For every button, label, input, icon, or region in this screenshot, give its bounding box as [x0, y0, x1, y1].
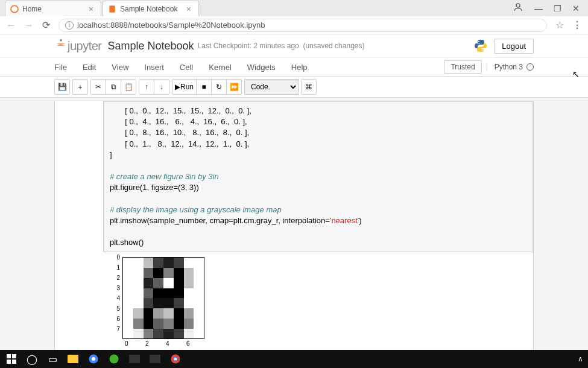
svg-rect-14 — [129, 355, 140, 363]
jupyter-logo-text[interactable]: jupyter — [68, 39, 102, 53]
tray-chevron-icon[interactable]: ∧ — [578, 355, 583, 363]
browser-tab-notebook[interactable]: Sample Notebook × — [103, 1, 199, 16]
svg-point-2 — [516, 4, 520, 7]
address-bar: ← → ⟳ i localhost:8888/notebooks/Sample%… — [0, 16, 588, 34]
run-button[interactable]: ▶ Run — [172, 79, 197, 95]
move-down-icon[interactable]: ↓ — [154, 79, 169, 95]
menu-widgets[interactable]: Widgets — [247, 63, 276, 72]
browser-tab-strip: Home × Sample Notebook × — ❐ ✕ — [0, 0, 588, 16]
svg-rect-10 — [68, 355, 78, 363]
paste-icon[interactable]: 📋 — [121, 79, 136, 95]
svg-point-0 — [11, 5, 18, 13]
notebook-area[interactable]: [ 0., 0., 12., 15., 15., 12., 0., 0. ], … — [0, 98, 588, 368]
svg-rect-1 — [109, 5, 115, 13]
restart-run-all-icon[interactable]: ⏩ — [226, 79, 242, 95]
menu-file[interactable]: File — [54, 63, 67, 72]
url-text: localhost:8888/notebooks/Sample%20Notebo… — [77, 21, 265, 30]
output-plot: 01234567 0246 — [109, 256, 215, 352]
svg-point-13 — [110, 355, 119, 364]
tab-title: Home — [22, 5, 86, 13]
url-field[interactable]: i localhost:8888/notebooks/Sample%20Note… — [58, 19, 547, 32]
add-cell-icon[interactable]: ＋ — [72, 79, 88, 95]
close-icon[interactable]: × — [86, 4, 96, 14]
user-icon[interactable] — [513, 2, 523, 14]
menubar: File Edit View Insert Cell Kernel Widget… — [0, 57, 588, 77]
close-window-icon[interactable]: ✕ — [572, 4, 580, 13]
menu-icon[interactable]: ⋮ — [572, 19, 582, 31]
jupyter-header: jupyter Sample Notebook Last Checkpoint:… — [0, 34, 588, 57]
windows-taskbar: ◯ ▭ ∧ — [0, 350, 588, 368]
jupyter-favicon — [10, 5, 19, 13]
browser-tab-home[interactable]: Home × — [5, 1, 101, 16]
menu-edit[interactable]: Edit — [83, 63, 96, 72]
chrome-running-icon[interactable] — [169, 352, 182, 366]
svg-point-5 — [482, 49, 483, 51]
toolbar: 💾 ＋ ✂ ⧉ 📋 ↑ ↓ ▶ Run ■ ↻ ⏩ Code ⌘ — [0, 77, 588, 98]
menu-cell[interactable]: Cell — [180, 63, 193, 72]
close-icon[interactable]: × — [184, 4, 194, 14]
terminal2-icon[interactable] — [148, 352, 162, 366]
move-up-icon[interactable]: ↑ — [139, 79, 154, 95]
svg-rect-15 — [150, 355, 160, 363]
back-icon[interactable]: ← — [6, 20, 16, 31]
start-icon[interactable] — [5, 352, 18, 366]
minimize-icon[interactable]: — — [534, 4, 543, 13]
command-palette-icon[interactable]: ⌘ — [301, 79, 317, 95]
menu-help[interactable]: Help — [291, 63, 308, 72]
file-explorer-icon[interactable] — [66, 352, 80, 366]
anaconda-icon[interactable] — [107, 352, 121, 366]
window-controls: — ❐ ✕ — [513, 0, 588, 16]
task-view-icon[interactable]: ▭ — [46, 352, 59, 366]
output-area: 01234567 0246 — [103, 252, 533, 356]
cell-type-select[interactable]: Code — [244, 79, 299, 95]
code-editor[interactable]: [ 0., 0., 12., 15., 15., 12., 0., 0. ], … — [103, 101, 533, 252]
svg-point-3 — [60, 39, 62, 42]
cut-icon[interactable]: ✂ — [90, 79, 106, 95]
svg-rect-8 — [7, 360, 11, 364]
svg-point-12 — [92, 357, 95, 361]
notebook-name[interactable]: Sample Notebook — [108, 40, 194, 52]
jupyter-logo-icon[interactable] — [54, 38, 68, 54]
checkpoint-text: Last Checkpoint: 2 minutes ago (unsaved … — [198, 42, 365, 50]
mouse-cursor-icon: ↖ — [572, 69, 580, 79]
heatmap-grid — [122, 257, 204, 339]
cortana-icon[interactable]: ◯ — [25, 352, 39, 366]
svg-rect-9 — [12, 360, 16, 364]
reload-icon[interactable]: ⟳ — [42, 19, 50, 31]
chrome-taskbar-icon[interactable] — [87, 352, 100, 366]
svg-rect-7 — [12, 354, 16, 358]
terminal-icon[interactable] — [128, 352, 141, 366]
menu-kernel[interactable]: Kernel — [209, 63, 232, 72]
maximize-icon[interactable]: ❐ — [554, 4, 561, 13]
trusted-indicator[interactable]: Trusted — [444, 60, 481, 74]
kernel-indicator[interactable]: Python 3 — [487, 63, 534, 71]
interrupt-icon[interactable]: ■ — [196, 79, 212, 95]
tab-title: Sample Notebook — [120, 5, 184, 13]
python-logo-icon — [473, 39, 488, 53]
restart-icon[interactable]: ↻ — [211, 79, 227, 95]
svg-rect-6 — [7, 354, 11, 358]
menu-insert[interactable]: Insert — [144, 63, 164, 72]
forward-icon[interactable]: → — [24, 20, 34, 31]
notebook-favicon — [108, 5, 116, 13]
site-info-icon[interactable]: i — [65, 21, 74, 30]
code-cell[interactable]: [ 0., 0., 12., 15., 15., 12., 0., 0. ], … — [54, 101, 534, 357]
kernel-idle-icon — [526, 63, 534, 71]
svg-point-4 — [478, 41, 479, 42]
logout-button[interactable]: Logout — [494, 39, 534, 54]
menu-view[interactable]: View — [112, 63, 128, 72]
copy-icon[interactable]: ⧉ — [106, 79, 121, 95]
save-icon[interactable]: 💾 — [54, 79, 70, 95]
svg-point-18 — [174, 358, 177, 361]
bookmark-icon[interactable]: ☆ — [555, 19, 564, 31]
